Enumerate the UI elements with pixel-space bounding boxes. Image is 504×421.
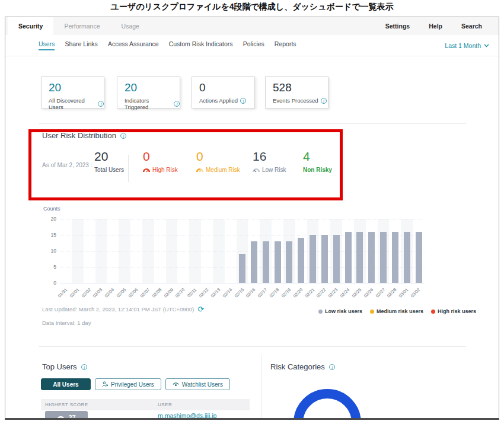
- total-users-label: Total Users: [94, 167, 124, 173]
- stat-label: All Discovered Users: [49, 97, 95, 110]
- high-risk-label: High Risk: [152, 167, 178, 173]
- bar-02-24-low-risk-users: [345, 232, 352, 283]
- filter-privileged-users[interactable]: Privileged Users: [95, 378, 161, 390]
- top-users-title: Top Users: [42, 362, 77, 371]
- total-users-value: 20: [94, 150, 124, 163]
- legend-label: Low risk users: [325, 308, 362, 314]
- low-risk-label: Low Risk: [262, 167, 286, 173]
- gridline-0: [60, 283, 425, 283]
- risk-distribution-title-row: User Risk Distribution i: [42, 131, 126, 140]
- top-nav-tabs: SecurityPerformanceUsage: [8, 17, 150, 35]
- time-range-dropdown[interactable]: Last 1 Month: [445, 42, 489, 49]
- info-icon[interactable]: i: [329, 364, 335, 370]
- stat-label-row: Indicators Triggeredi: [125, 97, 180, 110]
- topnav-link-settings[interactable]: Settings: [376, 17, 419, 35]
- user-email-link[interactable]: m.mashimo@ds.jiii.jp: [158, 412, 216, 419]
- watchlist-eye-icon: [173, 382, 179, 387]
- risk-categories-donut-chart: [294, 389, 361, 420]
- info-icon[interactable]: i: [98, 101, 104, 107]
- info-icon[interactable]: i: [174, 101, 180, 107]
- subnav-tab-share-links[interactable]: Share Links: [65, 40, 97, 50]
- risk-score-value: 27: [68, 414, 75, 420]
- low-risk-value: 16: [253, 150, 286, 163]
- subnav-tab-reports[interactable]: Reports: [275, 40, 296, 50]
- low-risk-gauge-icon: [253, 167, 260, 173]
- time-range-label: Last 1 Month: [445, 42, 481, 49]
- gridline-20: [60, 219, 425, 219]
- last-updated-text: Last Updated: March 2, 2023, 12:14:01 PM…: [42, 306, 194, 312]
- top-nav-links: SettingsHelpSearch: [376, 17, 492, 35]
- filter-watchlist-users-label: Watchlist Users: [182, 381, 223, 388]
- high-risk-stat: 0 High Risk: [143, 150, 178, 173]
- topnav-link-search[interactable]: Search: [452, 17, 492, 35]
- page-title: ユーザのリスクプロファイルを4段階で構成し、ダッシュボードで一覧表示: [0, 2, 504, 12]
- info-icon[interactable]: i: [240, 98, 246, 104]
- chart-legend: Low risk usersMedium risk usersHigh risk…: [318, 308, 476, 314]
- topnav-tab-usage[interactable]: Usage: [111, 17, 150, 35]
- stat-card-all-discovered-users: 20All Discovered Usersi: [41, 76, 104, 109]
- info-icon[interactable]: i: [120, 133, 126, 139]
- bar-02-23-low-risk-users: [333, 235, 340, 283]
- y-tick-15: 15: [40, 232, 56, 238]
- bar-02-26-low-risk-users: [368, 232, 375, 283]
- legend-dot: [431, 310, 435, 314]
- subnav-tab-users[interactable]: Users: [39, 40, 55, 50]
- risk-distribution-title: User Risk Distribution: [42, 131, 116, 140]
- top-users-table-header: HIGHEST SCORE USER: [41, 399, 250, 410]
- legend-item-medium-risk-users[interactable]: Medium risk users: [370, 308, 423, 314]
- legend-dot: [318, 310, 323, 314]
- stat-value: 20: [49, 81, 104, 94]
- risk-categories-title: Risk Categories: [270, 362, 325, 371]
- column-highest-score: HIGHEST SCORE: [45, 402, 88, 407]
- filter-privileged-users-label: Privileged Users: [111, 381, 154, 388]
- stat-card-indicators-triggered: 20Indicators Triggeredi: [117, 76, 180, 109]
- subnav-tab-custom-risk-indicators[interactable]: Custom Risk Indicators: [169, 40, 233, 50]
- risk-categories-title-row: Risk Categories i: [270, 362, 335, 371]
- medium-risk-label: Medium Risk: [206, 167, 240, 173]
- medium-risk-gauge-icon: [196, 167, 203, 173]
- data-interval-text: Data Interval: 1 day: [42, 320, 91, 326]
- subnav-tab-access-assurance[interactable]: Access Assurance: [108, 40, 159, 50]
- filter-all-users[interactable]: All Users: [41, 378, 91, 390]
- subnav-tab-policies[interactable]: Policies: [243, 40, 264, 50]
- y-tick-20: 20: [40, 216, 56, 222]
- bar-02-21-low-risk-users: [310, 235, 316, 283]
- column-divider: [261, 355, 262, 420]
- stat-label-row: Events Processedi: [273, 97, 328, 104]
- info-icon[interactable]: i: [321, 98, 327, 104]
- stat-value: 528: [273, 81, 328, 94]
- bar-03-01-low-risk-users: [404, 232, 410, 283]
- stat-value: 0: [199, 81, 254, 94]
- topnav-link-help[interactable]: Help: [419, 17, 452, 35]
- medium-risk-stat: 0 Medium Risk: [196, 150, 240, 173]
- privileged-user-icon: [102, 381, 108, 387]
- top-nav: SecurityPerformanceUsage SettingsHelpSea…: [5, 17, 499, 36]
- stat-value: 20: [125, 81, 180, 94]
- app-window: SecurityPerformanceUsage SettingsHelpSea…: [5, 17, 499, 420]
- top-users-filters: All Users Privileged Users Watchlist Use…: [41, 378, 230, 390]
- filter-watchlist-users[interactable]: Watchlist Users: [165, 378, 230, 390]
- topnav-tab-performance[interactable]: Performance: [53, 17, 110, 35]
- last-updated-row: Last Updated: March 2, 2023, 12:14:01 PM…: [42, 306, 204, 312]
- stat-label: Events Processed: [273, 97, 318, 104]
- stat-label: Actions Applied: [199, 97, 238, 104]
- bar-02-15-low-risk-users: [239, 254, 245, 283]
- legend-item-high-risk-users[interactable]: High risk users: [431, 308, 476, 314]
- total-users-stat: 20 Total Users: [94, 150, 124, 173]
- legend-dot: [370, 310, 374, 314]
- stat-label: Indicators Triggered: [125, 97, 171, 110]
- stat-card-events-processed: 528Events Processedi: [265, 76, 328, 109]
- as-of-date: As of Mar 2, 2023 :: [42, 162, 92, 168]
- topnav-tab-security[interactable]: Security: [8, 17, 53, 35]
- legend-item-low-risk-users[interactable]: Low risk users: [318, 308, 362, 314]
- sub-nav-tabs: UsersShare LinksAccess AssuranceCustom R…: [39, 40, 296, 50]
- info-icon[interactable]: i: [81, 364, 87, 370]
- bar-02-25-low-risk-users: [356, 232, 363, 283]
- refresh-icon[interactable]: ⟳: [197, 307, 204, 312]
- medium-risk-value: 0: [196, 150, 240, 163]
- high-risk-value: 0: [143, 150, 178, 163]
- section-divider: [39, 346, 466, 347]
- chevron-down-icon: [484, 44, 489, 47]
- legend-label: Medium risk users: [377, 308, 423, 314]
- bar-02-27-low-risk-users: [380, 232, 387, 283]
